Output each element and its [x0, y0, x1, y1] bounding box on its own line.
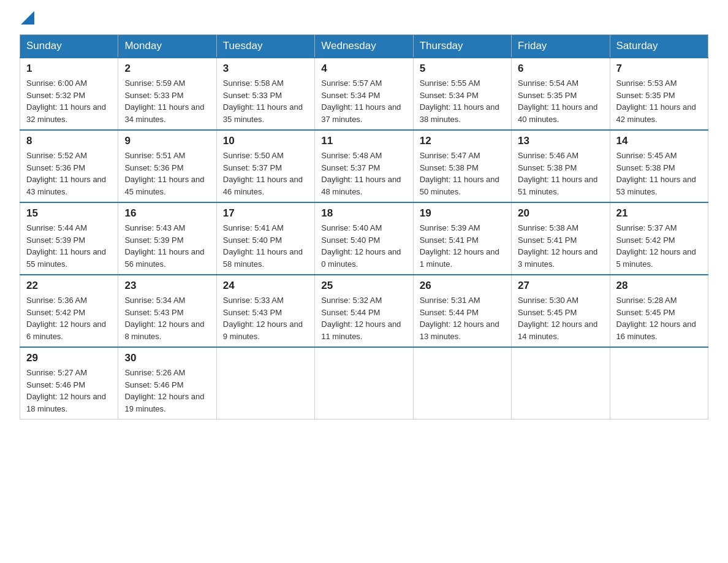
sunrise-label: Sunrise:: [321, 223, 352, 232]
day-number: 17: [223, 207, 308, 220]
calendar-cell: 4 Sunrise: 5:57 AM Sunset: 5:34 PM Dayli…: [315, 58, 413, 130]
sunset-label: Sunset:: [124, 308, 154, 317]
day-number: 14: [616, 135, 702, 147]
sunset-label: Sunset:: [616, 163, 646, 172]
sunset-time: 5:38 PM: [547, 163, 577, 172]
sunset-time: 5:38 PM: [645, 163, 675, 172]
sunset-label: Sunset:: [26, 91, 56, 100]
sunset-label: Sunset:: [124, 236, 154, 245]
day-info: Sunrise: 5:50 AM Sunset: 5:37 PM Dayligh…: [223, 150, 308, 197]
day-number: 23: [124, 280, 210, 292]
calendar-cell: [512, 347, 610, 419]
calendar-cell: 9 Sunrise: 5:51 AM Sunset: 5:36 PM Dayli…: [118, 130, 216, 202]
col-thursday: Thursday: [413, 35, 511, 58]
sunrise-time: 5:55 AM: [451, 79, 480, 88]
day-info: Sunrise: 5:40 AM Sunset: 5:40 PM Dayligh…: [321, 222, 406, 270]
day-info: Sunrise: 5:45 AM Sunset: 5:38 PM Dayligh…: [616, 150, 702, 197]
calendar-cell: 6 Sunrise: 5:54 AM Sunset: 5:35 PM Dayli…: [512, 58, 610, 130]
sunset-label: Sunset:: [124, 380, 154, 389]
day-number: 25: [321, 280, 406, 292]
sunset-label: Sunset:: [223, 308, 252, 317]
sunset-time: 5:39 PM: [154, 236, 183, 245]
sunrise-label: Sunrise:: [26, 151, 58, 160]
day-info: Sunrise: 5:34 AM Sunset: 5:43 PM Dayligh…: [124, 294, 210, 342]
sunset-label: Sunset:: [321, 236, 351, 245]
daylight-label: Daylight: 11 hours and 56 minutes.: [124, 247, 204, 269]
calendar-cell: [610, 347, 708, 419]
sunset-label: Sunset:: [518, 308, 547, 317]
calendar-cell: 2 Sunrise: 5:59 AM Sunset: 5:33 PM Dayli…: [118, 58, 216, 130]
day-info: Sunrise: 5:57 AM Sunset: 5:34 PM Dayligh…: [321, 77, 406, 125]
sunset-label: Sunset:: [321, 91, 351, 100]
sunrise-time: 5:39 AM: [451, 223, 480, 232]
daylight-label: Daylight: 11 hours and 40 minutes.: [518, 102, 597, 124]
daylight-label: Daylight: 11 hours and 43 minutes.: [26, 175, 106, 196]
sunrise-time: 5:26 AM: [156, 368, 186, 377]
sunset-time: 5:44 PM: [449, 308, 478, 317]
sunset-label: Sunset:: [26, 163, 56, 172]
col-friday: Friday: [512, 35, 610, 58]
daylight-label: Daylight: 12 hours and 14 minutes.: [518, 320, 597, 341]
day-info: Sunrise: 5:44 AM Sunset: 5:39 PM Dayligh…: [26, 222, 112, 270]
daylight-label: Daylight: 11 hours and 34 minutes.: [124, 102, 204, 124]
daylight-label: Daylight: 12 hours and 6 minutes.: [26, 320, 106, 341]
day-number: 1: [26, 63, 112, 75]
sunset-time: 5:34 PM: [449, 91, 478, 100]
sunset-label: Sunset:: [321, 308, 351, 317]
calendar-cell: 3 Sunrise: 5:58 AM Sunset: 5:33 PM Dayli…: [216, 58, 314, 130]
sunrise-label: Sunrise:: [26, 368, 58, 377]
daylight-label: Daylight: 11 hours and 46 minutes.: [223, 175, 303, 196]
day-number: 29: [26, 352, 112, 364]
daylight-label: Daylight: 11 hours and 32 minutes.: [26, 102, 106, 124]
sunset-label: Sunset:: [616, 308, 646, 317]
col-monday: Monday: [118, 35, 216, 58]
sunset-time: 5:37 PM: [252, 163, 282, 172]
calendar-week-row-3: 15 Sunrise: 5:44 AM Sunset: 5:39 PM Dayl…: [20, 202, 708, 275]
day-number: 3: [223, 63, 308, 75]
sunset-time: 5:44 PM: [351, 308, 380, 317]
calendar-cell: 16 Sunrise: 5:43 AM Sunset: 5:39 PM Dayl…: [118, 202, 216, 275]
sunset-label: Sunset:: [616, 91, 646, 100]
day-number: 5: [420, 63, 505, 75]
sunrise-time: 5:45 AM: [648, 151, 677, 160]
sunset-label: Sunset:: [26, 236, 56, 245]
day-info: Sunrise: 5:48 AM Sunset: 5:37 PM Dayligh…: [321, 150, 406, 197]
day-info: Sunrise: 5:39 AM Sunset: 5:41 PM Dayligh…: [420, 222, 505, 270]
day-number: 24: [223, 280, 308, 292]
day-number: 26: [420, 280, 505, 292]
sunset-time: 5:40 PM: [252, 236, 282, 245]
sunset-label: Sunset:: [616, 236, 646, 245]
calendar-week-row-1: 1 Sunrise: 6:00 AM Sunset: 5:32 PM Dayli…: [20, 58, 708, 130]
day-info: Sunrise: 5:41 AM Sunset: 5:40 PM Dayligh…: [223, 222, 308, 270]
sunrise-label: Sunrise:: [321, 296, 352, 305]
sunset-time: 5:32 PM: [56, 91, 85, 100]
calendar-cell: [216, 347, 314, 419]
page-header: [20, 15, 708, 25]
sunrise-label: Sunrise:: [616, 296, 648, 305]
sunrise-time: 5:34 AM: [156, 296, 186, 305]
daylight-label: Daylight: 11 hours and 42 minutes.: [616, 102, 696, 124]
sunset-label: Sunset:: [124, 91, 154, 100]
daylight-label: Daylight: 12 hours and 13 minutes.: [420, 320, 499, 341]
sunset-label: Sunset:: [420, 308, 449, 317]
day-number: 15: [26, 207, 112, 220]
calendar-cell: 26 Sunrise: 5:31 AM Sunset: 5:44 PM Dayl…: [413, 275, 511, 347]
day-info: Sunrise: 5:31 AM Sunset: 5:44 PM Dayligh…: [420, 294, 505, 342]
sunset-label: Sunset:: [223, 91, 252, 100]
day-info: Sunrise: 5:38 AM Sunset: 5:41 PM Dayligh…: [518, 222, 603, 270]
sunrise-time: 5:28 AM: [648, 296, 677, 305]
sunrise-time: 5:57 AM: [353, 79, 382, 88]
sunset-time: 5:34 PM: [351, 91, 380, 100]
daylight-label: Daylight: 12 hours and 16 minutes.: [616, 320, 696, 341]
day-info: Sunrise: 5:55 AM Sunset: 5:34 PM Dayligh…: [420, 77, 505, 125]
calendar-cell: 14 Sunrise: 5:45 AM Sunset: 5:38 PM Dayl…: [610, 130, 708, 202]
sunset-time: 5:43 PM: [154, 308, 183, 317]
day-info: Sunrise: 5:59 AM Sunset: 5:33 PM Dayligh…: [124, 77, 210, 125]
sunset-label: Sunset:: [321, 163, 351, 172]
sunrise-time: 5:52 AM: [58, 151, 87, 160]
day-number: 7: [616, 63, 702, 75]
sunrise-time: 5:58 AM: [254, 79, 284, 88]
calendar-cell: 30 Sunrise: 5:26 AM Sunset: 5:46 PM Dayl…: [118, 347, 216, 419]
sunrise-label: Sunrise:: [518, 223, 549, 232]
daylight-label: Daylight: 11 hours and 37 minutes.: [321, 102, 401, 124]
